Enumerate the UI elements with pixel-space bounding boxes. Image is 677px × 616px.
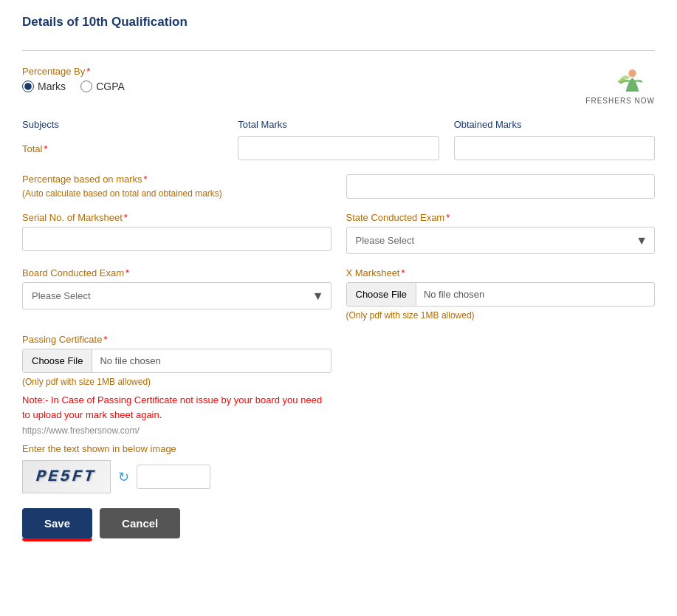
passing-cert-pdf-note: (Only pdf with size 1MB allowed) [22,377,331,387]
refresh-icon[interactable]: ↻ [118,469,129,485]
marks-radio-option[interactable]: Marks [22,81,66,92]
svg-point-0 [628,69,636,78]
state-conducted-exam-select[interactable]: Please Select [346,227,656,254]
percentage-by-label: Percentage By* [22,66,125,77]
captcha-image: PE5FT [22,460,111,493]
cgpa-radio-option[interactable]: CGPA [80,81,125,92]
save-button[interactable]: Save [22,508,92,538]
marks-radio[interactable] [22,81,34,92]
board-conducted-exam-select[interactable]: Please Select [22,282,331,309]
section-divider [22,50,655,51]
total-marks-input[interactable] [238,136,439,160]
warning-note: Note:- In Case of Passing Certificate no… [22,393,331,422]
percentage-based-input[interactable] [346,174,656,199]
state-conducted-exam-label: State Conducted Exam* [346,212,656,223]
cgpa-radio[interactable] [80,81,92,92]
subjects-label: Subjects [22,119,59,130]
captcha-input[interactable] [137,465,210,489]
x-marksheet-no-file: No file chosen [416,283,492,306]
serial-no-input[interactable] [22,227,331,251]
cgpa-label: CGPA [96,81,125,92]
x-marksheet-label: X Marksheet* [346,267,656,278]
passing-cert-choose-file-button[interactable]: Choose File [23,349,92,372]
logo-text: FRESHERS NOW [585,97,655,105]
freshersnow-logo: FRESHERS NOW [585,66,655,105]
total-marks-label: Total Marks [238,119,286,130]
x-marksheet-file-wrapper: Choose File No file chosen [346,282,656,307]
captcha-label: Enter the text shown in below image [22,443,655,454]
cancel-button[interactable]: Cancel [100,508,180,538]
x-marksheet-choose-file-button[interactable]: Choose File [347,283,416,306]
captcha-text: PE5FT [35,468,97,486]
total-label: Total* [22,143,48,154]
obtained-marks-input[interactable] [454,136,655,160]
percentage-based-label: Percentage based on marks* [22,174,331,185]
percentage-note: (Auto calculate based on total and obtai… [22,188,331,199]
button-row: Save Cancel [22,508,655,538]
serial-no-label: Serial No. of Marksheet* [22,212,331,223]
freshersnow-link[interactable]: https://www.freshersnow.com/ [22,425,331,436]
obtained-marks-label: Obtained Marks [454,119,522,130]
x-marksheet-pdf-note: (Only pdf with size 1MB allowed) [346,310,656,321]
page-title: Details of 10th Qualification [22,15,655,30]
passing-certificate-label: Passing Certificate* [22,334,331,345]
passing-cert-file-wrapper: Choose File No file chosen [22,349,331,373]
board-conducted-exam-label: Board Conducted Exam* [22,267,331,278]
passing-cert-no-file: No file chosen [92,349,168,372]
marks-label: Marks [38,81,66,92]
percentage-by-group: Marks CGPA [22,81,125,92]
